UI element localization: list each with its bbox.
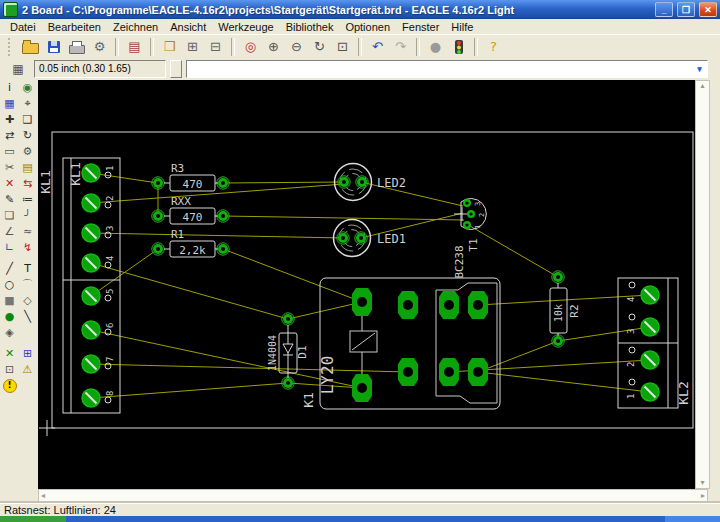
component-r1[interactable]: R1 2,2k: [152, 228, 229, 257]
text-tool-button[interactable]: T: [19, 261, 36, 276]
redo-button[interactable]: ↷: [389, 37, 412, 57]
component-kl2[interactable]: 4 3 2 1 KL2: [618, 278, 691, 408]
menu-datei[interactable]: Datei: [4, 20, 42, 34]
miter-tool-button[interactable]: ╯: [19, 208, 36, 223]
zoom-redraw-icon: ↻: [314, 40, 325, 53]
menu-optionen[interactable]: Optionen: [339, 20, 396, 34]
taskbar[interactable]: [0, 516, 720, 522]
signal-tool-button[interactable]: ╲: [19, 309, 36, 324]
horizontal-scrollbar[interactable]: ◂ ▸: [38, 489, 708, 503]
info-tool-button[interactable]: i: [1, 80, 18, 95]
paste-tool-button[interactable]: ▤: [19, 160, 36, 175]
smash-tool-button[interactable]: ❏: [1, 208, 18, 223]
component-led2[interactable]: LED2: [335, 164, 406, 201]
errors-tool-button[interactable]: ⚠: [19, 362, 36, 377]
zoom-fit-button[interactable]: ◎: [239, 37, 262, 57]
zoom-fit-icon: ◎: [245, 40, 256, 53]
change-tool-button[interactable]: ⚙: [19, 144, 36, 159]
zoom-in-button[interactable]: ⊕: [262, 37, 285, 57]
traffic-light-button[interactable]: [447, 37, 470, 57]
menu-bibliothek[interactable]: Bibliothek: [280, 20, 340, 34]
display-tool-button[interactable]: ▦: [1, 96, 18, 111]
component-r3[interactable]: R3 470: [152, 162, 229, 191]
menu-werkzeuge[interactable]: Werkzeuge: [212, 20, 279, 34]
board-canvas[interactable]: 1 2 3 4 5 6 7 8 KL1 KL1 R3 470 RXX 470 R…: [38, 80, 695, 489]
component-r2[interactable]: 10k R2: [550, 271, 581, 347]
start-button-sliver[interactable]: [0, 516, 66, 522]
info-icon: i: [8, 82, 11, 93]
wire-tool-button[interactable]: ╱: [1, 261, 18, 276]
print-button[interactable]: [65, 37, 88, 57]
component-rxx[interactable]: RXX 470: [152, 195, 229, 224]
circle-tool-button[interactable]: ○: [1, 277, 18, 292]
via-tool-button[interactable]: ●: [1, 309, 18, 324]
menu-bearbeiten[interactable]: Bearbeiten: [42, 20, 107, 34]
t1-value: BC238: [453, 245, 466, 278]
show-tool-button[interactable]: ◉: [19, 80, 36, 95]
scroll-down-button[interactable]: ▾: [698, 478, 706, 488]
route-tool-button[interactable]: ∟: [1, 240, 18, 255]
history-button[interactable]: [170, 60, 182, 78]
command-input[interactable]: [187, 61, 692, 77]
ripup-tool-button[interactable]: ↯: [19, 240, 36, 255]
board-view[interactable]: 1 2 3 4 5 6 7 8 KL1 KL1 R3 470 RXX 470 R…: [38, 80, 695, 489]
close-button[interactable]: ✕: [699, 2, 717, 17]
switch-to-schematic-button[interactable]: ▤: [123, 37, 146, 57]
hole-tool-button[interactable]: ◈: [1, 325, 18, 340]
scroll-right-button[interactable]: ▸: [699, 491, 707, 501]
menu-ansicht[interactable]: Ansicht: [164, 20, 212, 34]
drc-icon: ⊡: [5, 364, 14, 375]
use-library-button[interactable]: ❒: [158, 37, 181, 57]
ratsnest-tool-button[interactable]: ✕: [1, 346, 18, 361]
rotate-tool-button[interactable]: ↻: [19, 128, 36, 143]
component-t1[interactable]: 3 2 1 BC238 T1: [453, 199, 486, 279]
cut-tool-button[interactable]: ✂: [1, 160, 18, 175]
zoom-redraw-button[interactable]: ↻: [308, 37, 331, 57]
run-button[interactable]: ⊟: [204, 37, 227, 57]
restore-button[interactable]: ❐: [677, 2, 695, 17]
component-k1[interactable]: LY20 K1: [301, 278, 500, 409]
optimize-tool-button[interactable]: ≈: [19, 224, 36, 239]
arc-tool-button[interactable]: ⌒: [19, 277, 36, 292]
save-button[interactable]: [42, 37, 65, 57]
warning-tool-button[interactable]: !: [1, 378, 18, 393]
value-tool-button[interactable]: ≔: [19, 192, 36, 207]
move-icon: ✚: [5, 114, 14, 125]
split-tool-button[interactable]: ∠: [1, 224, 18, 239]
mark-icon: ⌖: [24, 98, 30, 109]
component-kl1[interactable]: 1 2 3 4 5 6 7 8 KL1 KL1: [38, 158, 120, 413]
drc-tool-button[interactable]: ⊡: [1, 362, 18, 377]
command-dropdown-button[interactable]: ▾: [692, 61, 707, 77]
scroll-left-button[interactable]: ◂: [39, 491, 47, 501]
svg-text:3: 3: [626, 329, 636, 334]
polygon-tool-button[interactable]: ◇: [19, 293, 36, 308]
undo-button[interactable]: ↶: [366, 37, 389, 57]
menu-hilfe[interactable]: Hilfe: [445, 20, 479, 34]
mark-tool-button[interactable]: ⌖: [19, 96, 36, 111]
zoom-out-button[interactable]: ⊖: [285, 37, 308, 57]
group-tool-button[interactable]: ▭: [1, 144, 18, 159]
delete-tool-button[interactable]: ✕: [1, 176, 18, 191]
copy-tool-button[interactable]: ❑: [19, 112, 36, 127]
name-tool-button[interactable]: ✎: [1, 192, 18, 207]
rect-tool-button[interactable]: ■: [1, 293, 18, 308]
component-led1[interactable]: LED1: [334, 220, 406, 257]
scroll-up-button[interactable]: ▴: [698, 81, 706, 91]
menu-zeichnen[interactable]: Zeichnen: [107, 20, 164, 34]
cam-processor-button[interactable]: ⚙: [88, 37, 111, 57]
taskbar-item-sliver[interactable]: [665, 516, 720, 522]
stop-button[interactable]: ●: [424, 37, 447, 57]
script-button[interactable]: ⊞: [181, 37, 204, 57]
grid-button[interactable]: ▦: [6, 60, 30, 78]
zoom-select-button[interactable]: ⊡: [331, 37, 354, 57]
component-d1[interactable]: 1N4004 D1: [267, 313, 309, 389]
minimize-button[interactable]: _: [655, 2, 673, 17]
mirror-tool-button[interactable]: ⇄: [1, 128, 18, 143]
menu-fenster[interactable]: Fenster: [396, 20, 445, 34]
help-button[interactable]: ?: [482, 37, 505, 57]
open-button[interactable]: [19, 37, 42, 57]
move-tool-button[interactable]: ✚: [1, 112, 18, 127]
vertical-scrollbar[interactable]: ▴ ▾: [695, 80, 710, 489]
pinswap-tool-button[interactable]: ⇆: [19, 176, 36, 191]
auto-tool-button[interactable]: ⊞: [19, 346, 36, 361]
